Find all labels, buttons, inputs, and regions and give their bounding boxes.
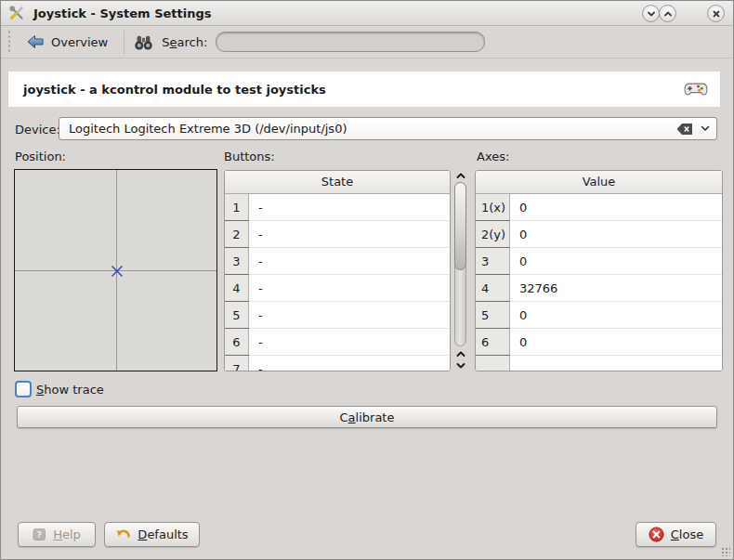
row-header: 5: [476, 302, 510, 329]
show-trace-checkbox[interactable]: [15, 381, 32, 397]
device-label: Device:: [15, 123, 60, 137]
calibrate-button[interactable]: Calibrate: [17, 406, 717, 428]
scroll-up-icon[interactable]: [454, 171, 467, 181]
axes-label: Axes:: [477, 150, 509, 163]
buttons-table-header: State: [225, 171, 450, 194]
table-row[interactable]: 7 -: [225, 356, 450, 371]
toolbar-separator: [124, 31, 125, 54]
position-label: Position:: [15, 150, 66, 163]
value-cell: 0: [510, 302, 722, 329]
clear-text-icon[interactable]: [676, 124, 693, 135]
scrollbar-thumb[interactable]: [454, 182, 466, 270]
module-title: joystick - a kcontrol module to test joy…: [23, 83, 326, 97]
axes-table: Value 1(x) 0 2(y) 0 3 0 4 32766 5 0 6 0: [475, 170, 723, 371]
row-header: 1(x): [476, 194, 510, 221]
resize-grip[interactable]: [721, 547, 730, 556]
overview-label: Overview: [51, 35, 108, 49]
row-header: 3: [225, 248, 249, 275]
system-settings-tools-icon: [8, 5, 25, 21]
row-header: 4: [225, 275, 249, 302]
window-title: Joystick - System Settings: [33, 7, 212, 20]
joystick-position-marker-icon: [111, 265, 124, 278]
table-row[interactable]: 1 -: [225, 194, 450, 221]
state-cell: -: [249, 356, 450, 371]
table-row[interactable]: 5 -: [225, 302, 450, 329]
gamepad-icon: [684, 80, 708, 98]
table-row[interactable]: 3 0: [476, 248, 722, 275]
back-arrow-icon: [26, 34, 45, 49]
table-row-empty: [476, 356, 722, 371]
value-cell: 0: [510, 329, 722, 356]
scroll-up-icon[interactable]: [454, 349, 467, 359]
state-cell: -: [249, 221, 450, 248]
state-cell: -: [249, 248, 450, 275]
close-red-icon: [649, 527, 664, 542]
buttons-label: Buttons:: [224, 150, 275, 163]
close-x-icon: [711, 8, 722, 20]
row-header: 7: [225, 356, 249, 371]
minimize-button[interactable]: [642, 5, 660, 22]
table-row[interactable]: 2(y) 0: [476, 221, 722, 248]
state-cell: -: [249, 302, 450, 329]
state-cell: -: [249, 275, 450, 302]
device-combobox[interactable]: Logitech Logitech Extreme 3D (/dev/input…: [59, 117, 717, 140]
search-input[interactable]: [216, 32, 485, 52]
state-cell: -: [249, 329, 450, 356]
show-trace-label: Show trace: [36, 383, 104, 397]
position-display: [14, 169, 217, 371]
buttons-table: State 1 - 2 - 3 - 4 - 5 - 6 - 7 -: [224, 170, 451, 371]
table-row[interactable]: 1(x) 0: [476, 194, 722, 221]
table-row[interactable]: 6 -: [225, 329, 450, 356]
axes-table-header: Value: [476, 171, 722, 194]
combobox-dropdown-icon[interactable]: [701, 125, 710, 132]
value-cell: 0: [510, 221, 722, 248]
chevron-down-icon: [646, 8, 657, 20]
buttons-table-scrollbar[interactable]: [453, 170, 468, 371]
table-row[interactable]: 3 -: [225, 248, 450, 275]
maximize-button[interactable]: [659, 5, 676, 22]
row-header: 6: [225, 329, 249, 356]
row-header: 1: [225, 194, 249, 221]
toolbar: Overview Search:: [1, 26, 733, 59]
value-cell: 0: [510, 248, 722, 275]
row-header: 2(y): [476, 221, 510, 248]
search-label: Search:: [162, 35, 207, 49]
close-button[interactable]: Close: [636, 522, 716, 547]
value-cell: 32766: [510, 275, 722, 302]
row-header: 2: [225, 221, 249, 248]
defaults-button[interactable]: Defaults: [104, 522, 200, 547]
window: Joystick - System Settings: [0, 0, 734, 560]
row-header: 6: [476, 329, 510, 356]
chevron-up-icon: [662, 8, 674, 20]
search-binoculars-icon: [134, 33, 153, 51]
titlebar: Joystick - System Settings: [1, 1, 733, 26]
window-controls: [642, 5, 725, 22]
overview-button[interactable]: Overview: [18, 32, 116, 52]
help-book-icon: ?: [33, 527, 46, 541]
svg-text:?: ?: [37, 529, 43, 540]
help-button[interactable]: ? Help: [18, 522, 96, 547]
scroll-down-icon[interactable]: [454, 360, 467, 371]
state-cell: -: [249, 194, 450, 221]
module-header: joystick - a kcontrol module to test joy…: [8, 72, 720, 107]
table-row[interactable]: 2 -: [225, 221, 450, 248]
help-label: Help: [53, 527, 81, 541]
row-header: 4: [476, 275, 510, 302]
table-row[interactable]: 6 0: [476, 329, 722, 356]
close-label: Close: [671, 527, 703, 541]
calibrate-label: Calibrate: [340, 410, 395, 424]
row-header: 3: [476, 248, 510, 275]
search-area: Search:: [134, 32, 485, 52]
table-row[interactable]: 4 32766: [476, 275, 722, 302]
undo-arrow-icon: [115, 528, 131, 541]
defaults-label: Defaults: [138, 527, 188, 541]
table-row[interactable]: 4 -: [225, 275, 450, 302]
value-cell: 0: [510, 194, 722, 221]
table-row[interactable]: 5 0: [476, 302, 722, 329]
row-header: 5: [225, 302, 249, 329]
device-combobox-value: Logitech Logitech Extreme 3D (/dev/input…: [59, 122, 676, 136]
close-window-button[interactable]: [707, 5, 725, 22]
toolbar-drag-handle[interactable]: [7, 30, 12, 54]
